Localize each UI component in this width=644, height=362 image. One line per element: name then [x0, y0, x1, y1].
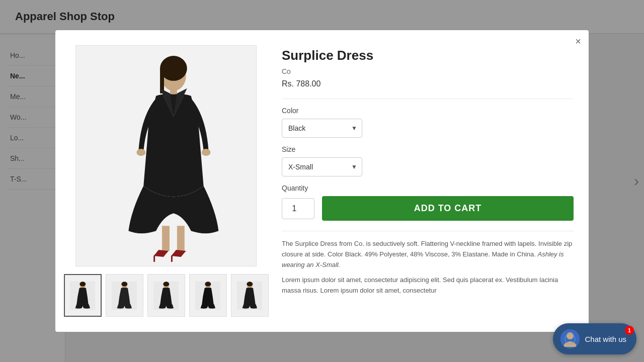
thumbnail-5[interactable] — [231, 274, 269, 317]
thumbnail-2[interactable] — [106, 274, 143, 317]
modal-close-button[interactable]: × — [575, 36, 581, 46]
divider-2 — [282, 231, 574, 231]
svg-rect-7 — [162, 226, 170, 251]
chat-avatar — [560, 329, 580, 348]
product-price: Rs. 788.00 — [282, 79, 574, 88]
add-to-cart-button[interactable]: ADD TO CART — [322, 196, 574, 221]
svg-point-6 — [202, 149, 211, 156]
svg-rect-8 — [177, 226, 185, 251]
svg-point-13 — [79, 282, 86, 286]
color-select-wrapper: Black Navy Red ▼ — [282, 119, 362, 138]
thumbnail-row — [64, 274, 269, 317]
chat-label: Chat with us — [585, 335, 626, 343]
size-select[interactable]: X-Small Small Medium Large X-Large — [282, 157, 362, 176]
quantity-cart-row: ADD TO CART — [282, 196, 574, 221]
main-product-image — [75, 45, 257, 266]
thumbnail-3[interactable] — [147, 274, 185, 317]
svg-point-16 — [121, 282, 127, 286]
svg-rect-9 — [153, 256, 155, 262]
svg-point-5 — [136, 149, 145, 156]
svg-point-2 — [160, 56, 187, 81]
size-label: Size — [282, 145, 574, 153]
svg-point-27 — [567, 332, 574, 339]
svg-point-25 — [247, 282, 253, 286]
product-title: Surplice Dress — [282, 48, 574, 63]
description-main: The Surplice Dress from Co. is seductive… — [282, 240, 572, 258]
chat-widget[interactable]: Chat with us 1 — [553, 323, 636, 354]
thumbnail-4[interactable] — [189, 274, 227, 317]
chat-badge: 1 — [625, 326, 634, 335]
dress-figure-svg — [76, 46, 256, 266]
divider-1 — [282, 99, 574, 99]
color-select[interactable]: Black Navy Red — [282, 119, 362, 138]
product-description: The Surplice Dress from Co. is seductive… — [282, 239, 574, 270]
svg-rect-10 — [171, 256, 173, 262]
product-modal: × — [55, 30, 589, 332]
thumbnail-1[interactable] — [64, 274, 102, 317]
quantity-input[interactable] — [282, 198, 314, 219]
product-brand: Co — [282, 67, 574, 75]
chat-avatar-icon — [560, 329, 580, 348]
size-select-wrapper: X-Small Small Medium Large X-Large ▼ — [282, 157, 362, 176]
size-field: Size X-Small Small Medium Large X-Large … — [282, 145, 574, 184]
color-label: Color — [282, 107, 574, 115]
color-field: Color Black Navy Red ▼ — [282, 107, 574, 145]
modal-body: Surplice Dress Co Rs. 788.00 Color Black… — [55, 30, 589, 332]
product-image-section — [70, 45, 262, 317]
product-details-section: Surplice Dress Co Rs. 788.00 Color Black… — [282, 45, 574, 317]
description-lorem: Lorem ipsum dolor sit amet, consectetur … — [282, 275, 574, 296]
svg-point-19 — [163, 282, 169, 286]
svg-point-22 — [205, 282, 211, 286]
quantity-label: Quantity — [282, 184, 574, 192]
